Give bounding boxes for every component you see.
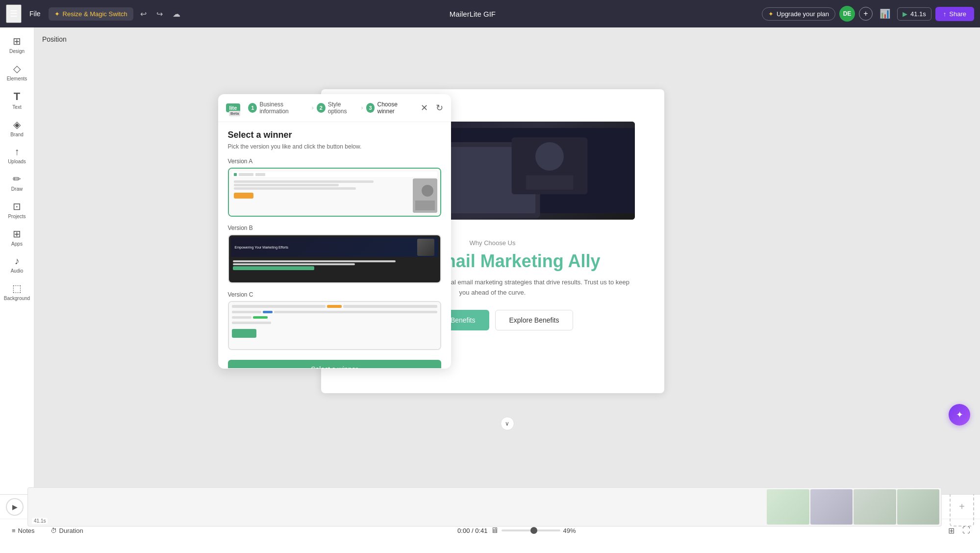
timeline-thumbnails xyxy=(765,488,941,526)
share-button[interactable]: ↑ Share xyxy=(935,7,974,21)
version-c-card[interactable] xyxy=(228,301,441,350)
preview-play-button[interactable]: ▶ 41.1s xyxy=(897,7,931,21)
timeline-thumb-3 xyxy=(854,489,896,525)
sidebar-item-text[interactable]: T Text xyxy=(2,86,32,114)
step-1-num: 1 xyxy=(248,103,257,113)
zoom-slider[interactable] xyxy=(502,529,560,531)
wizard-logo: lite Beta xyxy=(226,103,241,112)
version-a-card[interactable] xyxy=(228,168,441,217)
zoom-level: 49% xyxy=(563,527,576,534)
upgrade-icon: ✦ xyxy=(768,10,774,18)
wizard-title: Select a winner xyxy=(228,130,441,140)
select-winner-button[interactable]: Select a winner xyxy=(228,360,441,368)
design-icon: ⊞ xyxy=(13,35,21,47)
play-icon: ▶ xyxy=(903,10,907,18)
timeline-controls: ▶ 41.1s + xyxy=(0,495,980,519)
wizard-subtitle: Pick the version you like and click the … xyxy=(228,143,441,150)
sidebar-item-background[interactable]: ⬚ Background xyxy=(2,278,32,305)
version-a-preview xyxy=(229,169,440,216)
version-b-label: Version B xyxy=(228,225,441,231)
wizard-step-1: 1 Business information xyxy=(248,101,308,115)
analytics-button[interactable]: 📊 xyxy=(877,5,893,22)
wizard-body: Select a winner Pick the version you lik… xyxy=(218,122,451,368)
main-layout: ⊞ Design ◇ Elements T Text ◈ Brand ↑ Upl… xyxy=(0,27,980,494)
elements-icon: ◇ xyxy=(13,63,21,75)
magic-switch-button[interactable]: ✦ Resize & Magic Switch xyxy=(49,7,133,21)
step-1-label: Business information xyxy=(259,101,308,115)
topbar-right: ✦ Upgrade your plan DE + 📊 ▶ 41.1s ↑ Sha… xyxy=(762,5,974,22)
topbar-center: MailerLite GIF xyxy=(187,10,758,18)
projects-icon: ⊡ xyxy=(13,201,21,212)
share-icon: ↑ xyxy=(943,10,947,18)
wizard-step-3: 3 Choose winner xyxy=(366,101,413,115)
wizard-step-2: 2 Style options xyxy=(317,101,358,115)
current-time: 0:00 / 0:41 xyxy=(457,527,487,534)
timeline-play-button[interactable]: ▶ xyxy=(6,498,24,516)
screen-icon[interactable]: 🖥 xyxy=(491,526,499,535)
wizard-close-button[interactable]: ✕ xyxy=(421,102,428,113)
sidebar-item-elements[interactable]: ◇ Elements xyxy=(2,59,32,85)
notes-button[interactable]: ≡ Notes xyxy=(8,525,39,536)
bottom-panel: ▶ 41.1s + ≡ Notes xyxy=(0,494,980,553)
step-2-label: Style options xyxy=(328,101,358,115)
sidebar-item-projects[interactable]: ⊡ Projects xyxy=(2,197,32,223)
brand-icon: ◈ xyxy=(13,119,21,130)
step-2-num: 2 xyxy=(317,103,326,113)
duration-icon: ⏱ xyxy=(50,527,57,534)
grid-view-button[interactable]: ⊞ xyxy=(946,524,956,537)
timeline-thumb-4 xyxy=(897,489,940,525)
version-c-preview xyxy=(229,302,440,349)
chevron-down-button[interactable]: ∨ xyxy=(501,417,514,430)
version-b-card[interactable]: Empowering Your Marketing Efforts xyxy=(228,234,441,283)
sidebar-item-audio[interactable]: ♪ Audio xyxy=(2,251,32,277)
magic-icon: ✦ xyxy=(54,10,60,18)
fullscreen-button[interactable]: ⛶ xyxy=(960,524,972,537)
canvas-area: Position lite Beta 1 Business informatio… xyxy=(34,27,980,494)
topbar: ☰ File ✦ Resize & Magic Switch ↩ ↪ ☁ Mai… xyxy=(0,0,980,27)
version-b-preview: Empowering Your Marketing Efforts xyxy=(229,235,440,282)
svg-rect-2 xyxy=(415,201,435,210)
zoom-thumb[interactable] xyxy=(530,527,537,534)
background-icon: ⬚ xyxy=(12,282,22,294)
cloud-save-button[interactable]: ☁ xyxy=(170,6,183,22)
svg-point-1 xyxy=(422,185,433,197)
magic-assistant-button[interactable]: ✦ xyxy=(949,404,970,426)
uploads-icon: ↑ xyxy=(15,146,20,157)
timeline-track[interactable]: 41.1s xyxy=(27,487,942,527)
wizard-panel: lite Beta 1 Business information › 2 Sty… xyxy=(218,94,451,369)
step-3-num: 3 xyxy=(366,103,375,113)
timeline-thumb-2 xyxy=(810,489,853,525)
sidebar-item-design[interactable]: ⊞ Design xyxy=(2,31,32,58)
apps-icon: ⊞ xyxy=(13,228,21,240)
menu-icon[interactable]: ☰ xyxy=(6,4,22,23)
redo-button[interactable]: ↪ xyxy=(153,6,166,22)
wizard-refresh-button[interactable]: ↻ xyxy=(436,102,443,113)
wizard-steps: 1 Business information › 2 Style options… xyxy=(248,101,412,115)
file-button[interactable]: File xyxy=(25,8,45,20)
avatar[interactable]: DE xyxy=(839,6,855,22)
timeline-time-label: 41.1s xyxy=(32,518,48,524)
notes-icon: ≡ xyxy=(12,527,16,534)
upgrade-button[interactable]: ✦ Upgrade your plan xyxy=(762,7,835,21)
timeline-thumb-1 xyxy=(767,489,809,525)
version-c-label: Version C xyxy=(228,291,441,298)
step-1-chevron: › xyxy=(312,104,314,111)
bottom-center: 0:00 / 0:41 🖥 49% xyxy=(95,526,938,535)
step-2-chevron: › xyxy=(361,104,363,111)
position-label: Position xyxy=(42,35,67,43)
explore-benefits-secondary[interactable]: Explore Benefits xyxy=(495,310,574,330)
version-a-label: Version A xyxy=(228,158,441,165)
sidebar-item-brand[interactable]: ◈ Brand xyxy=(2,115,32,141)
canvas-content: lite Beta 1 Business information › 2 Sty… xyxy=(223,104,792,388)
document-title: MailerLite GIF xyxy=(450,10,496,18)
left-sidebar: ⊞ Design ◇ Elements T Text ◈ Brand ↑ Upl… xyxy=(0,27,34,494)
sidebar-item-draw[interactable]: ✏ Draw xyxy=(2,169,32,196)
duration-button[interactable]: ⏱ Duration xyxy=(47,525,87,536)
wizard-header: lite Beta 1 Business information › 2 Sty… xyxy=(218,94,451,122)
step-3-label: Choose winner xyxy=(377,101,412,115)
add-collaborator-button[interactable]: + xyxy=(859,7,873,21)
bottom-right: ⊞ ⛶ xyxy=(946,524,972,537)
undo-button[interactable]: ↩ xyxy=(137,6,150,22)
sidebar-item-apps[interactable]: ⊞ Apps xyxy=(2,224,32,251)
sidebar-item-uploads[interactable]: ↑ Uploads xyxy=(2,142,32,168)
